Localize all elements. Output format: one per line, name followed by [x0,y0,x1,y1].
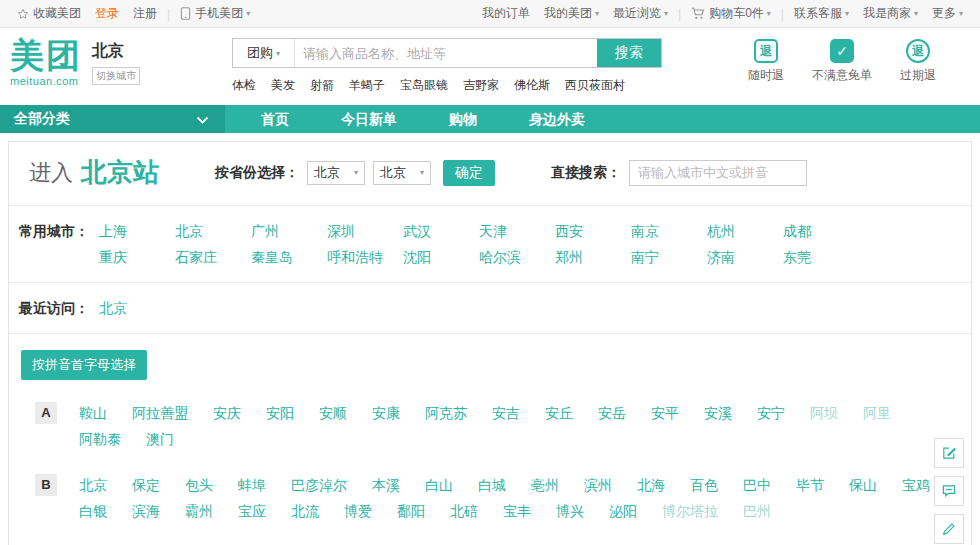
meituan-logo[interactable]: 美团 meituan.com [10,35,82,87]
city-link[interactable]: 亳州 [531,477,559,493]
city-link[interactable]: 郑州 [555,244,631,270]
city-link[interactable]: 北京 [79,477,107,493]
city-link[interactable]: 蚌埠 [238,477,266,493]
city-link[interactable]: 百色 [690,477,718,493]
city-link[interactable]: 滨州 [584,477,612,493]
topbar-item[interactable]: 我的订单 [482,5,530,22]
topbar-item[interactable]: 我是商家▾ [863,5,918,22]
city-link[interactable]: 东莞 [783,244,859,270]
city-link[interactable]: 北京 [175,218,251,244]
city-link[interactable]: 保山 [849,477,877,493]
city-link[interactable]: 巴州 [743,503,771,519]
city-link[interactable]: 鄱阳 [397,503,425,519]
compose-button[interactable] [934,438,964,468]
city-link[interactable]: 鞍山 [79,405,107,421]
city-link[interactable]: 北碚 [450,503,478,519]
search-input[interactable] [295,39,597,67]
city-link[interactable]: 巴中 [743,477,771,493]
hot-keyword-link[interactable]: 佛伦斯 [514,78,550,92]
city-link[interactable]: 安岳 [598,405,626,421]
city-link[interactable]: 包头 [185,477,213,493]
city-link[interactable]: 安康 [372,405,400,421]
topbar-item[interactable]: 联系客服▾ [794,5,849,22]
topbar-item[interactable]: 手机美团▾ [180,5,250,22]
city-link[interactable]: 杭州 [707,218,783,244]
city-link[interactable]: 成都 [783,218,859,244]
city-link[interactable]: 白银 [79,503,107,519]
city-link[interactable]: 安顺 [319,405,347,421]
city-link[interactable]: 白城 [478,477,506,493]
city-link[interactable]: 保定 [132,477,160,493]
city-link[interactable]: 济南 [707,244,783,270]
hot-keyword-link[interactable]: 羊蝎子 [349,78,385,92]
topbar-item[interactable]: 最近浏览▾ [613,5,668,22]
hot-keyword-link[interactable]: 西贝莜面村 [565,78,625,92]
city-link[interactable]: 哈尔滨 [479,244,555,270]
city-link[interactable]: 宝应 [238,503,266,519]
city-link[interactable]: 博爱 [344,503,372,519]
topbar-item[interactable]: 更多▾ [932,5,963,22]
city-link[interactable]: 安平 [651,405,679,421]
city-link[interactable]: 安溪 [704,405,732,421]
city-link[interactable]: 宝丰 [503,503,531,519]
city-link[interactable]: 秦皇岛 [251,244,327,270]
city-link[interactable]: 阿勒泰 [79,431,121,447]
city-link[interactable]: 泌阳 [609,503,637,519]
city-link[interactable]: 南宁 [631,244,707,270]
nav-item[interactable]: 今日新单 [315,105,423,133]
city-link[interactable]: 滨海 [132,503,160,519]
nav-item[interactable]: 身边外卖 [503,105,611,133]
city-link[interactable]: 阿克苏 [425,405,467,421]
topbar-item[interactable]: 我的美团▾ [544,5,599,22]
province-select[interactable]: 北京 ▾ [307,161,365,185]
city-link[interactable]: 安宁 [757,405,785,421]
city-link[interactable]: 霸州 [185,503,213,519]
city-link[interactable]: 南京 [631,218,707,244]
switch-city-button[interactable]: 切换城市 [92,67,140,85]
city-link[interactable]: 上海 [99,218,175,244]
topbar-item[interactable]: 购物车0件▾ [691,5,771,22]
city-link[interactable]: 安庆 [213,405,241,421]
city-link[interactable]: 阿坝 [810,405,838,421]
city-link[interactable]: 宝鸡 [902,477,930,493]
city-link[interactable]: 阿拉善盟 [132,405,188,421]
hot-keyword-link[interactable]: 宝岛眼镜 [400,78,448,92]
city-link[interactable]: 北流 [291,503,319,519]
nav-item[interactable]: 购物 [423,105,503,133]
pencil-button[interactable] [934,514,964,544]
city-link[interactable]: 博兴 [556,503,584,519]
topbar-item[interactable]: 收藏美团 [17,5,81,22]
hot-keyword-link[interactable]: 射箭 [310,78,334,92]
topbar-item[interactable]: 注册 [133,5,157,22]
city-link[interactable]: 博尔塔拉 [662,503,718,519]
city-link[interactable]: 北京 [99,300,127,316]
city-link[interactable]: 广州 [251,218,327,244]
city-link[interactable]: 安吉 [492,405,520,421]
city-link[interactable]: 西安 [555,218,631,244]
topbar-item[interactable]: 登录 [95,5,119,22]
city-search-input[interactable] [629,160,807,186]
hot-keyword-link[interactable]: 体检 [232,78,256,92]
nav-item[interactable]: 首页 [235,105,315,133]
city-link[interactable]: 石家庄 [175,244,251,270]
city-link[interactable]: 本溪 [372,477,400,493]
city-link[interactable]: 澳门 [146,431,174,447]
confirm-button[interactable]: 确定 [443,160,495,186]
city-select[interactable]: 北京 ▾ [373,161,431,185]
city-link[interactable]: 武汉 [403,218,479,244]
city-link[interactable]: 沈阳 [403,244,479,270]
city-link[interactable]: 安阳 [266,405,294,421]
city-link[interactable]: 深圳 [327,218,403,244]
hot-keyword-link[interactable]: 吉野家 [463,78,499,92]
feedback-button[interactable] [934,476,964,506]
city-link[interactable]: 天津 [479,218,555,244]
all-categories-menu[interactable]: 全部分类 [0,105,225,133]
city-link[interactable]: 毕节 [796,477,824,493]
city-link[interactable]: 北海 [637,477,665,493]
city-link[interactable]: 安丘 [545,405,573,421]
city-link[interactable]: 重庆 [99,244,175,270]
city-link[interactable]: 白山 [425,477,453,493]
hot-keyword-link[interactable]: 美发 [271,78,295,92]
search-category-dropdown[interactable]: 团购 ▾ [233,39,295,67]
city-link[interactable]: 呼和浩特 [327,244,403,270]
